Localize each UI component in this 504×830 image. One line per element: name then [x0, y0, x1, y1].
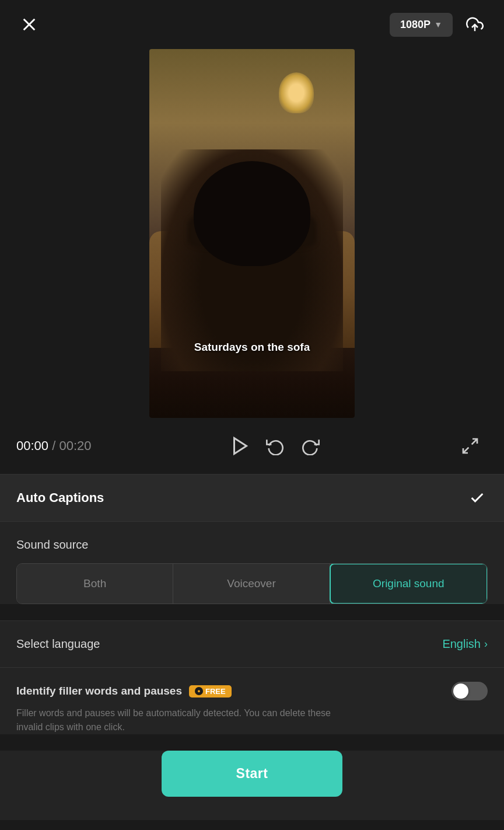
resolution-value: 1080P — [400, 19, 430, 31]
svg-marker-3 — [235, 438, 247, 454]
filler-header-row: Identify filler words and pauses ● FREE — [16, 682, 488, 700]
video-preview[interactable]: Saturdays on the sofa — [149, 49, 355, 418]
filler-title: Identify filler words and pauses — [16, 685, 182, 698]
toggle-thumb — [453, 683, 468, 699]
video-caption: Saturdays on the sofa — [149, 341, 355, 354]
playback-controls — [110, 428, 441, 463]
sound-btn-original[interactable]: Original sound — [330, 563, 488, 604]
svg-line-4 — [472, 439, 477, 444]
timeline-controls: 00:00 / 00:20 — [0, 418, 504, 474]
filler-words-section: Identify filler words and pauses ● FREE … — [0, 668, 504, 734]
header-right: 1080P ▼ — [390, 12, 488, 37]
play-button[interactable] — [223, 428, 258, 463]
forward-button[interactable] — [293, 428, 328, 463]
language-selector[interactable]: English › — [442, 637, 488, 651]
language-chevron-icon: › — [484, 638, 488, 650]
filler-title-group: Identify filler words and pauses ● FREE — [16, 685, 232, 698]
video-container: Saturdays on the sofa — [0, 43, 504, 418]
total-time: 00:20 — [59, 438, 91, 453]
badge-icon: ● — [195, 687, 203, 695]
time-display: 00:00 / 00:20 — [16, 438, 110, 454]
svg-line-5 — [463, 448, 468, 453]
auto-captions-title: Auto Captions — [16, 490, 104, 505]
filler-toggle[interactable] — [452, 682, 488, 700]
rewind-button[interactable] — [258, 428, 293, 463]
sound-btn-both[interactable]: Both — [17, 564, 173, 604]
upload-button[interactable] — [462, 12, 488, 37]
sound-source-buttons: Both Voiceover Original sound — [16, 563, 488, 604]
time-separator: / — [48, 438, 59, 453]
close-button[interactable] — [16, 12, 42, 37]
current-time: 00:00 — [16, 438, 48, 453]
sound-source-section: Sound source Both Voiceover Original sou… — [0, 522, 504, 604]
filler-description: Filler words and pauses will be automati… — [16, 706, 355, 734]
auto-captions-check[interactable] — [467, 487, 488, 508]
sound-source-label: Sound source — [16, 538, 488, 552]
start-button[interactable]: Start — [162, 751, 342, 797]
dog-head — [194, 161, 310, 266]
lamp-element — [279, 72, 314, 113]
app-header: 1080P ▼ — [0, 0, 504, 43]
language-value-text: English — [442, 637, 481, 651]
free-badge: ● FREE — [189, 685, 232, 698]
select-language-label: Select language — [16, 637, 100, 651]
sound-btn-voiceover[interactable]: Voiceover — [173, 564, 330, 604]
resolution-selector[interactable]: 1080P ▼ — [390, 13, 453, 37]
auto-captions-header: Auto Captions — [0, 475, 504, 521]
fullscreen-button[interactable] — [453, 428, 488, 463]
fullscreen-controls — [441, 428, 488, 463]
resolution-chevron: ▼ — [434, 20, 442, 29]
start-btn-container: Start — [0, 751, 504, 820]
free-badge-label: FREE — [205, 687, 226, 696]
select-language-row: Select language English › — [0, 621, 504, 667]
